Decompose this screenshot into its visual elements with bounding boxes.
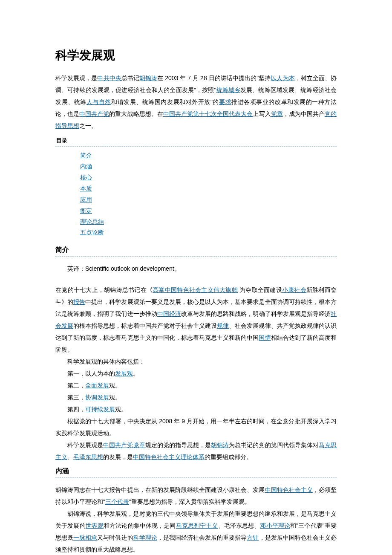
link-cpc-constitution[interactable]: 中国共产党党章 [103, 442, 145, 448]
link-zhonggong[interactable]: 中共中央 [97, 75, 121, 81]
toc-item-theory[interactable]: 理论总结 [80, 218, 104, 225]
link-zhongguojingji[interactable]: 中国经济 [157, 310, 181, 317]
toc-item-application[interactable]: 应用 [80, 196, 92, 203]
section-heading-connotation: 内涵 [55, 465, 337, 477]
paragraph-deployment: 根据党的十七大部署，中央决定从 2008 年 9 月开始，用一年半左右的时间，在… [55, 415, 337, 439]
list-item-3: 第三，协调发展观。 [55, 391, 337, 403]
paragraph-guidance: 科学发展观是中国共产党党章规定的党的指导思想，是胡锦涛为总书记的党的第四代领导集… [55, 439, 337, 463]
link-shijieguan[interactable]: 世界观 [86, 522, 104, 529]
paragraph-17th-congress: 在党的十七大上，胡锦涛总书记在《高举中国特色社会主义伟大旗帜 为夺取全面建设小康… [55, 284, 337, 356]
link-maoism[interactable]: 毛泽东思想 [73, 454, 103, 460]
link-guoqing[interactable]: 国情 [259, 334, 271, 341]
toc-item-intro[interactable]: 简介 [80, 152, 92, 159]
list-item-2: 第二，全面发展观。 [55, 379, 337, 391]
list-item-1: 第一，以人为本的发展观。 [55, 367, 337, 379]
link-17th-congress[interactable]: 中国共产党第十七次全国代表大会 [163, 110, 253, 117]
link-yirenweiben[interactable]: 以人为本 [271, 75, 294, 81]
link-quanmian[interactable]: 全面发展 [85, 382, 109, 389]
toc-item-core[interactable]: 核心 [80, 174, 92, 181]
link-dengxiaoping[interactable]: 邓小平理论 [260, 522, 290, 529]
toc-item-five[interactable]: 五点论断 [80, 229, 104, 236]
link-cpc[interactable]: 中国共产党 [79, 110, 109, 117]
list-item-4: 第四，可持续发展观。 [55, 403, 337, 415]
link-renyuziran[interactable]: 人与自然 [86, 98, 111, 105]
english-translation: 英译：Scientific outlook on development。 [55, 263, 337, 275]
toc-label: 目录 [55, 135, 337, 146]
link-gaoju[interactable]: 高举中国特色社会主义伟大旗帜 [153, 286, 238, 293]
link-hujintao[interactable]: 胡锦涛 [139, 75, 157, 81]
toc-item-connotation[interactable]: 内涵 [80, 163, 92, 170]
intro-paragraph: 科学发展观，是中共中央总书记胡锦涛在 2003 年 7 月 28 日的讲话中提出… [55, 72, 337, 132]
page-title: 科学发展观 [55, 47, 337, 64]
link-yaoqiu[interactable]: 要求 [219, 98, 231, 105]
toc-box: 简介 内涵 核心 本质 应用 衡定 理论总结 五点论断 [55, 146, 337, 242]
paragraph-hu-report: 胡锦涛同志在十七大报告中提出，在新的发展阶段继续全面建设小康社会、发展中国特色社… [55, 484, 337, 508]
link-marxleninism[interactable]: 马克思列宁主义 [176, 522, 218, 529]
content-label: 科学发展观的具体内容包括： [55, 356, 337, 367]
link-tongchou[interactable]: 统筹城乡 [216, 87, 240, 93]
section-divider-2 [55, 477, 337, 478]
link-dangzhang[interactable]: 党章 [271, 110, 283, 117]
link-fazhanguan[interactable]: 发展观 [115, 370, 133, 377]
toc-item-essence[interactable]: 本质 [80, 185, 92, 192]
link-yimaixiangcheng[interactable]: 一脉相承 [73, 534, 97, 541]
link-kechixu[interactable]: 可持续发展 [85, 406, 115, 413]
paragraph-hu-said: 胡锦涛说，科学发展观，是对党的三代中央领导集体关于发展的重要思想的继承和发展，是… [55, 508, 337, 555]
link-kexuelilun[interactable]: 科学理论 [133, 534, 157, 541]
link-fangzhen[interactable]: 方针 [247, 534, 259, 541]
link-xiaokang[interactable]: 小康社会 [282, 286, 306, 293]
link-socialism-theory[interactable]: 中国特色社会主义理论体系 [133, 454, 205, 460]
link-hujintao-2[interactable]: 胡锦涛 [211, 442, 229, 448]
link-baogao[interactable]: 报告 [73, 298, 85, 305]
link-guilv[interactable]: 规律 [217, 322, 229, 329]
section-heading-intro: 简介 [55, 244, 337, 255]
toc-item-measure[interactable]: 衡定 [80, 207, 92, 214]
section-divider [55, 256, 337, 257]
link-xietiao[interactable]: 协调发展 [85, 394, 109, 401]
link-china-socialism[interactable]: 中国特色社会主义 [265, 486, 313, 493]
link-sange-daibiao[interactable]: 三个代表 [105, 498, 129, 505]
